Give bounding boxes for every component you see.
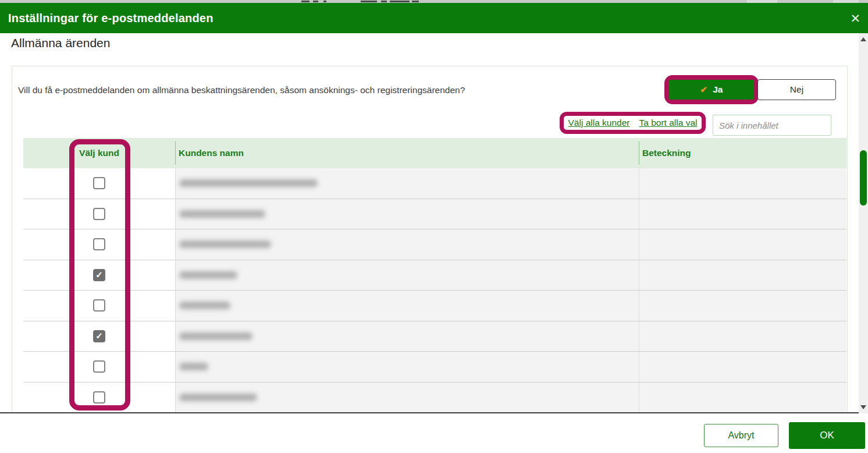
ok-button[interactable]: OK [789, 422, 865, 449]
redacted-customer-name [179, 240, 271, 248]
checkbox-cell [23, 291, 175, 321]
customer-name-cell [175, 352, 639, 382]
table-row [23, 352, 846, 383]
customer-checkbox[interactable] [93, 299, 105, 312]
redacted-customer-name [179, 210, 265, 218]
scrollbar-thumb[interactable] [860, 150, 867, 206]
background-page-remnant [381, 1, 387, 2]
customer-name-cell [175, 321, 639, 352]
close-icon[interactable]: ✕ [850, 12, 860, 24]
redacted-customer-name [179, 363, 208, 370]
customer-checkbox[interactable]: ✓ [93, 269, 105, 281]
clear-all-selections-link[interactable]: Ta bort alla val [639, 118, 698, 128]
background-page-remnant [301, 1, 310, 2]
checkbox-cell [23, 199, 175, 229]
column-divider [639, 141, 639, 165]
checkbox-cell [23, 352, 175, 382]
beteckning-cell [639, 291, 846, 321]
highlight-annotation-yes: ✔ Ja [664, 75, 759, 104]
redacted-customer-name [179, 332, 252, 340]
section-title: Allmänna ärenden [11, 36, 110, 50]
beteckning-cell [639, 168, 846, 199]
customer-checkbox[interactable] [93, 208, 105, 220]
scroll-up-arrow-icon[interactable] [860, 37, 866, 41]
redacted-customer-name [179, 394, 257, 401]
redacted-customer-name [179, 302, 230, 309]
background-page-remnant [390, 1, 410, 2]
redacted-customer-name [179, 271, 237, 279]
select-all-customers-link[interactable]: Välj alla kunder [568, 118, 630, 128]
cancel-button-label: Avbryt [728, 430, 754, 441]
cancel-button[interactable]: Avbryt [704, 424, 778, 447]
table-row [23, 229, 846, 260]
table-row [23, 383, 846, 413]
yes-button[interactable]: ✔ Ja [669, 80, 754, 100]
background-page-remnant [412, 1, 419, 2]
table-row [23, 168, 846, 199]
beteckning-cell [639, 260, 846, 291]
table-body: ✓✓ [23, 168, 846, 413]
beteckning-cell [639, 321, 846, 352]
customer-name-cell [175, 168, 639, 199]
table-row: ✓ [23, 260, 846, 291]
column-header-valj-kund: Välj kund [23, 138, 175, 168]
no-button[interactable]: Nej [757, 79, 836, 100]
column-header-kundens-namn: Kundens namn [179, 138, 244, 168]
modal-header: Inställningar för e-postmeddelanden ✕ [0, 3, 868, 33]
checkbox-cell: ✓ [23, 260, 175, 291]
customer-checkbox[interactable] [93, 360, 105, 373]
ok-button-label: OK [820, 430, 834, 441]
checkbox-cell: ✓ [23, 321, 175, 352]
no-button-label: Nej [790, 84, 803, 95]
scroll-area-bottom-border [0, 412, 859, 413]
checkbox-cell [23, 383, 175, 413]
customer-name-cell [175, 229, 639, 260]
customer-checkbox[interactable] [93, 177, 105, 189]
table-row [23, 291, 846, 321]
search-input[interactable] [713, 115, 831, 136]
vertical-scrollbar[interactable] [859, 33, 868, 413]
background-page-remnant [313, 1, 318, 2]
checkbox-cell [23, 229, 175, 260]
question-text: Vill du få e-postmeddelanden om allmänna… [18, 85, 465, 95]
column-header-beteckning: Beteckning [642, 138, 691, 168]
beteckning-cell [639, 383, 846, 413]
table-row: ✓ [23, 321, 846, 352]
customer-checkbox[interactable] [93, 391, 105, 404]
highlight-annotation-links: Välj alla kunder Ta bort alla val [560, 112, 706, 134]
table-header-row: Välj kund Kundens namn Beteckning [23, 138, 846, 168]
checkbox-cell [23, 168, 175, 199]
yes-button-label: Ja [713, 84, 723, 95]
background-page-remnant [323, 1, 326, 2]
background-page-remnant [361, 1, 377, 2]
beteckning-cell [639, 199, 846, 229]
column-divider [175, 141, 176, 165]
customer-name-cell [175, 383, 639, 413]
customer-checkbox[interactable] [93, 238, 105, 250]
beteckning-cell [639, 352, 846, 382]
customer-name-cell [175, 199, 639, 229]
beteckning-cell [639, 229, 846, 260]
customer-name-cell [175, 291, 639, 321]
scroll-down-arrow-icon[interactable] [860, 405, 866, 409]
check-icon: ✔ [700, 84, 708, 95]
redacted-customer-name [179, 179, 318, 187]
modal-title: Inställningar för e-postmeddelanden [0, 12, 214, 25]
customer-name-cell [175, 260, 639, 291]
table-row [23, 199, 846, 230]
customer-checkbox[interactable]: ✓ [93, 330, 105, 342]
